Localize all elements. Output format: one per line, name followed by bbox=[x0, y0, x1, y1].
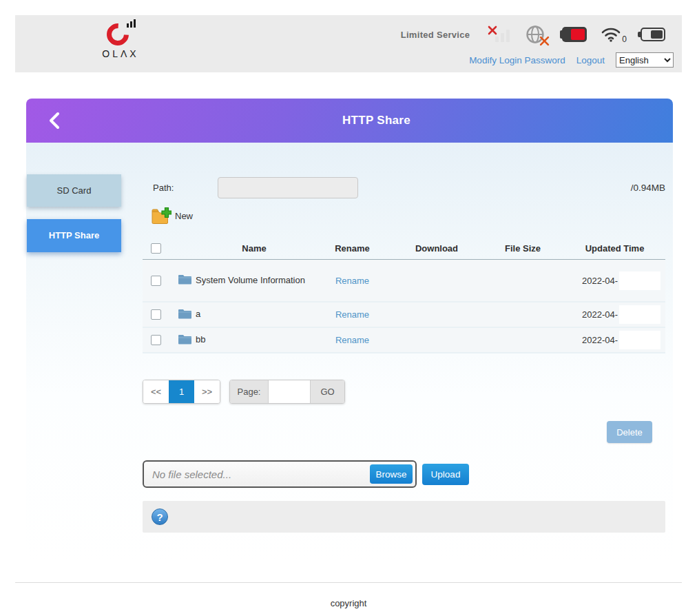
redacted-date-box bbox=[619, 331, 660, 349]
account-links-row: Modify Login Password Logout English bbox=[469, 52, 674, 68]
prev-page-button[interactable]: << bbox=[143, 380, 169, 403]
top-header-band: OLΛX Limited Service bbox=[15, 15, 682, 72]
redacted-date-box bbox=[619, 305, 660, 324]
file-table: Name Rename Download File Size Updated T… bbox=[143, 238, 665, 353]
page-title: HTTP Share bbox=[80, 114, 673, 127]
column-header-filesize: File Size bbox=[481, 243, 564, 254]
select-all-checkbox[interactable] bbox=[151, 243, 161, 254]
updated-time-cell: 2022-04- bbox=[564, 271, 665, 290]
table-row: System Volume Information Rename 2022-04… bbox=[143, 260, 665, 302]
file-name: a bbox=[196, 303, 313, 325]
updated-time-cell: 2022-04- bbox=[564, 331, 665, 349]
status-icon-row: Limited Service bbox=[401, 23, 665, 45]
new-folder-label: New bbox=[175, 211, 193, 221]
chevron-left-icon bbox=[48, 112, 61, 130]
next-page-button[interactable]: >> bbox=[194, 380, 220, 403]
folder-icon bbox=[178, 308, 192, 320]
footer-divider: copyright bbox=[15, 582, 682, 608]
new-folder-icon bbox=[151, 206, 171, 225]
rename-link[interactable]: Rename bbox=[335, 276, 369, 286]
back-button[interactable] bbox=[48, 112, 80, 130]
table-header-row: Name Rename Download File Size Updated T… bbox=[143, 238, 665, 260]
updated-time-cell: 2022-04- bbox=[564, 305, 665, 324]
row-checkbox[interactable] bbox=[151, 276, 161, 286]
no-internet-globe-icon bbox=[525, 23, 548, 45]
no-signal-icon bbox=[488, 25, 511, 43]
delete-button[interactable]: Delete bbox=[607, 421, 652, 443]
sidebar-item-http-share[interactable]: HTTP Share bbox=[27, 219, 121, 252]
language-select[interactable]: English bbox=[616, 52, 674, 68]
storage-size-text: /0.94MB bbox=[631, 183, 665, 193]
modify-login-password-link[interactable]: Modify Login Password bbox=[469, 55, 565, 65]
folder-icon bbox=[178, 274, 192, 285]
column-header-rename: Rename bbox=[313, 243, 392, 254]
column-header-download: Download bbox=[392, 243, 481, 254]
connection-status-text: Limited Service bbox=[401, 30, 470, 40]
page-label: Page: bbox=[230, 380, 269, 403]
page-number-input[interactable] bbox=[269, 380, 310, 403]
folder-icon bbox=[178, 333, 192, 345]
current-page-button[interactable]: 1 bbox=[169, 380, 194, 403]
new-folder-button[interactable]: New bbox=[151, 206, 193, 225]
sidebar-item-sd-card[interactable]: SD Card bbox=[27, 174, 121, 207]
olax-signal-bars-icon bbox=[127, 19, 136, 28]
table-row: a Rename 2022-04- bbox=[143, 302, 665, 328]
olax-logo-text: OLΛX bbox=[90, 48, 152, 59]
help-icon[interactable]: ? bbox=[152, 509, 168, 525]
wifi-client-count: 0 bbox=[622, 34, 627, 44]
file-name: System Volume Information bbox=[196, 269, 313, 291]
rename-link[interactable]: Rename bbox=[335, 309, 369, 320]
page-jump-group: Page: GO bbox=[229, 380, 345, 404]
help-bar: ? bbox=[143, 501, 665, 533]
olax-logo: OLΛX bbox=[90, 19, 152, 59]
path-label: Path: bbox=[153, 183, 174, 193]
logout-link[interactable]: Logout bbox=[576, 55, 605, 65]
column-header-name: Name bbox=[196, 243, 313, 254]
sim-card-icon bbox=[562, 27, 587, 42]
file-name: bb bbox=[196, 329, 313, 351]
file-select-box[interactable]: No file selected... Browse bbox=[143, 460, 417, 488]
go-button[interactable]: GO bbox=[310, 380, 344, 403]
copyright-text: copyright bbox=[15, 583, 682, 608]
wifi-icon: 0 bbox=[601, 26, 627, 43]
page-nav-group: << 1 >> bbox=[143, 380, 220, 404]
path-input[interactable] bbox=[218, 177, 358, 198]
olax-logo-mark bbox=[105, 19, 136, 47]
row-checkbox[interactable] bbox=[151, 309, 161, 320]
upload-button[interactable]: Upload bbox=[422, 464, 469, 485]
card-body: SD Card HTTP Share Path: /0.94MB New Nam… bbox=[26, 143, 673, 562]
rename-link[interactable]: Rename bbox=[335, 335, 369, 345]
column-header-updated: Updated Time bbox=[564, 243, 665, 254]
table-row: bb Rename 2022-04- bbox=[143, 328, 665, 353]
http-share-card: HTTP Share SD Card HTTP Share Path: /0.9… bbox=[26, 99, 673, 562]
selected-file-text: No file selected... bbox=[152, 469, 231, 480]
card-header: HTTP Share bbox=[26, 99, 673, 143]
redacted-date-box bbox=[619, 271, 660, 290]
battery-icon bbox=[641, 28, 665, 41]
browse-button[interactable]: Browse bbox=[370, 464, 413, 484]
row-checkbox[interactable] bbox=[151, 335, 161, 345]
pagination: << 1 >> Page: GO bbox=[143, 380, 345, 404]
